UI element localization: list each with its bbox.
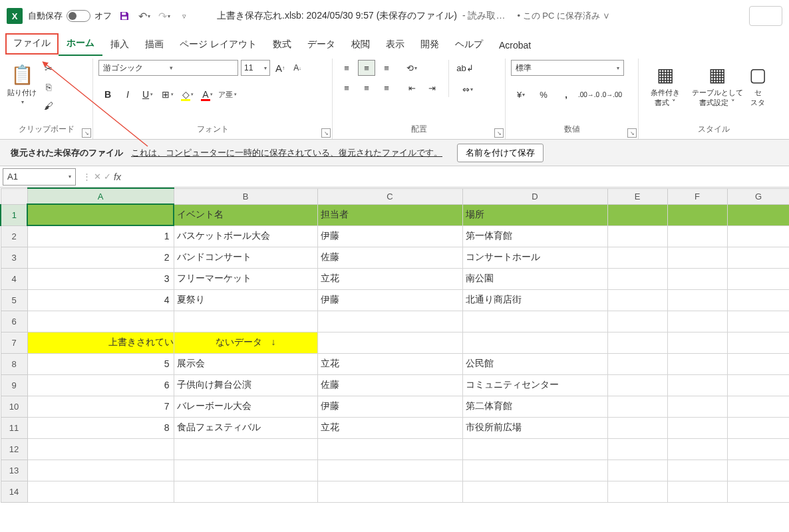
recovery-message[interactable]: これは、コンピューターに一時的に保存されている、復元されたファイルです。	[131, 147, 442, 159]
col-header[interactable]: C	[317, 188, 462, 204]
autosave-toggle[interactable]: 自動保存 オフ	[28, 10, 112, 22]
fill-color-button[interactable]: ◇▾	[178, 86, 197, 102]
align-left-icon[interactable]: ≡	[338, 80, 355, 96]
col-header[interactable]: E	[607, 188, 667, 204]
cell[interactable]: 北通り商店街	[462, 289, 607, 311]
cell[interactable]	[607, 438, 667, 460]
cell[interactable]	[607, 417, 667, 438]
cell[interactable]: 南公園	[462, 268, 607, 289]
cell[interactable]	[317, 481, 462, 502]
cut-icon[interactable]: ✂	[41, 61, 56, 76]
cell[interactable]	[667, 481, 727, 502]
align-center-icon[interactable]: ≡	[358, 80, 375, 96]
cell[interactable]: 1	[27, 225, 174, 247]
tab-review[interactable]: 校閲	[343, 35, 378, 56]
row-header[interactable]: 5	[1, 289, 27, 311]
cell[interactable]	[667, 374, 727, 396]
cell[interactable]: 8	[27, 417, 174, 438]
save-icon[interactable]	[117, 9, 132, 23]
cell[interactable]: 5	[27, 353, 174, 374]
border-button[interactable]: ⊞▾	[158, 86, 177, 102]
cell[interactable]: バスケットボール大会	[174, 225, 317, 247]
cell[interactable]: 第二体育館	[462, 396, 607, 417]
tab-draw[interactable]: 描画	[137, 35, 172, 56]
cell[interactable]	[462, 332, 607, 353]
cell[interactable]	[727, 374, 789, 396]
decrease-indent-icon[interactable]: ⇤	[403, 80, 420, 96]
cell[interactable]	[667, 311, 727, 332]
font-expand-icon[interactable]: ↘	[321, 128, 331, 138]
cell[interactable]: 佐藤	[317, 247, 462, 268]
cell[interactable]: 夏祭り	[174, 289, 317, 311]
underline-button[interactable]: U▾	[138, 86, 157, 102]
cell[interactable]	[27, 438, 174, 460]
cell[interactable]: 2	[27, 247, 174, 268]
cell[interactable]: 子供向け舞台公演	[174, 374, 317, 396]
cell[interactable]	[727, 268, 789, 289]
save-as-button[interactable]: 名前を付けて保存	[457, 144, 544, 162]
cell[interactable]: 7	[27, 396, 174, 417]
cell[interactable]	[727, 332, 789, 353]
cell[interactable]	[727, 311, 789, 332]
cell[interactable]	[667, 417, 727, 438]
format-painter-icon[interactable]: 🖌	[41, 98, 56, 113]
cell[interactable]	[727, 481, 789, 502]
currency-icon[interactable]: ¥▾	[511, 86, 531, 102]
cell[interactable]: バンドコンサート	[174, 247, 317, 268]
cell[interactable]: 立花	[317, 417, 462, 438]
cell[interactable]: 6	[27, 374, 174, 396]
col-header[interactable]: G	[727, 188, 789, 204]
formula-input[interactable]	[128, 168, 786, 186]
cell[interactable]	[607, 481, 667, 502]
merge-cells-icon[interactable]: ⇔▾	[454, 81, 481, 97]
qat-dropdown-icon[interactable]: ▿	[177, 9, 192, 23]
cell[interactable]	[727, 289, 789, 311]
row-header[interactable]: 6	[1, 311, 27, 332]
tab-help[interactable]: ヘルプ	[447, 35, 491, 56]
cell[interactable]	[727, 247, 789, 268]
search-box[interactable]	[749, 6, 782, 26]
cell[interactable]	[27, 311, 174, 332]
copy-icon[interactable]: ⎘	[41, 80, 56, 94]
cell[interactable]	[174, 460, 317, 481]
cell[interactable]	[667, 204, 727, 225]
format-as-table-button[interactable]: ▦ テーブルとして 書式設定 ˅	[689, 60, 745, 108]
cell[interactable]: 伊藤	[317, 225, 462, 247]
percent-icon[interactable]: %	[534, 86, 553, 102]
align-bottom-icon[interactable]: ≡	[378, 60, 395, 76]
align-right-icon[interactable]: ≡	[378, 80, 395, 96]
wrap-text-icon[interactable]: ab↲	[454, 60, 476, 76]
cell[interactable]: フリーマーケット	[174, 268, 317, 289]
toggle-icon[interactable]	[67, 10, 90, 22]
cell[interactable]	[27, 481, 174, 502]
tab-acrobat[interactable]: Acrobat	[491, 36, 539, 56]
cell[interactable]: 4	[27, 289, 174, 311]
align-expand-icon[interactable]: ↘	[494, 128, 504, 138]
cell[interactable]	[174, 311, 317, 332]
cell[interactable]: 公民館	[462, 353, 607, 374]
row-header[interactable]: 11	[1, 417, 27, 438]
name-box[interactable]: A1▾	[3, 168, 76, 186]
cell[interactable]: 第一体育館	[462, 225, 607, 247]
cell[interactable]	[462, 460, 607, 481]
row-header[interactable]: 4	[1, 268, 27, 289]
cell[interactable]	[607, 289, 667, 311]
orientation-icon[interactable]: ⟲▾	[403, 60, 420, 76]
cell[interactable]: 担当者	[317, 204, 462, 225]
cell[interactable]	[667, 438, 727, 460]
clipboard-expand-icon[interactable]: ↘	[82, 128, 91, 138]
cell[interactable]	[462, 481, 607, 502]
col-header[interactable]: B	[174, 188, 317, 204]
undo-icon[interactable]: ↶▾	[137, 9, 152, 23]
tab-layout[interactable]: ページ レイアウト	[172, 35, 265, 56]
cell[interactable]: コミュニティセンター	[462, 374, 607, 396]
decrease-decimal-icon[interactable]: .0→.00	[601, 86, 621, 102]
cell[interactable]: 展示会	[174, 353, 317, 374]
cell[interactable]	[727, 460, 789, 481]
italic-button[interactable]: I	[118, 86, 137, 102]
font-size-select[interactable]: 11▾	[241, 60, 270, 76]
cell[interactable]: 伊藤	[317, 396, 462, 417]
cell[interactable]	[607, 332, 667, 353]
cell[interactable]	[27, 460, 174, 481]
number-format-select[interactable]: 標準▾	[511, 60, 624, 76]
